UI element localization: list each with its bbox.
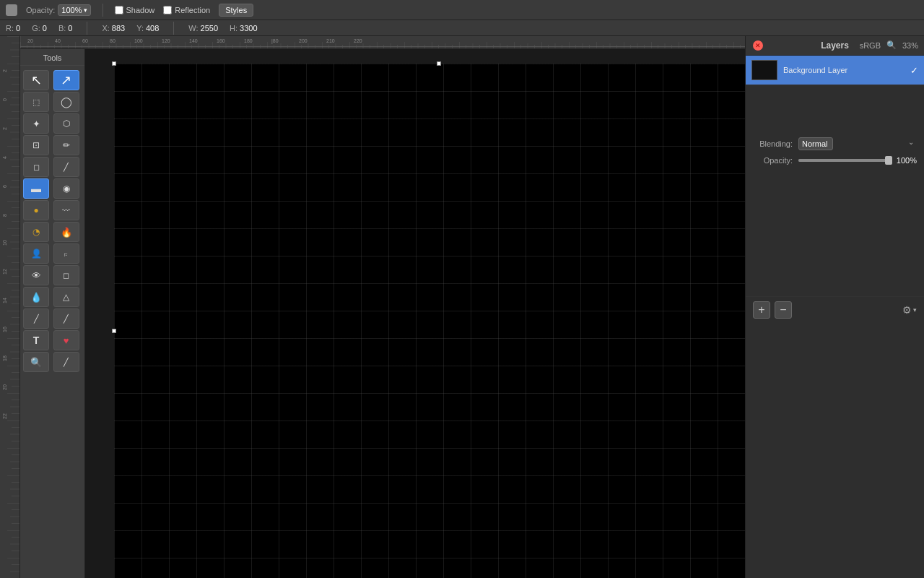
svg-text:210: 210 (326, 38, 335, 43)
h-coord: H: 3300 (230, 24, 257, 33)
gradient-tool[interactable]: ● (23, 200, 49, 220)
paint-tool[interactable]: ╱ (53, 157, 79, 177)
tools-panel: Tools ↖ ↗ ⬚ ◯ ✦ ⬡ ⊡ ✏ ◻ ╱ ▬ ◉ ● 〰 ◔ 🔥 👤 … (20, 49, 85, 578)
x-coord: X: 883 (102, 24, 125, 33)
svg-text:6: 6 (2, 185, 7, 188)
text-tool[interactable]: T (23, 330, 49, 350)
svg-text:14: 14 (2, 298, 7, 303)
shape-tool[interactable]: ♥ (53, 330, 79, 350)
ellipse-select-tool[interactable]: ◯ (53, 92, 79, 112)
opacity-dropdown[interactable]: 100% ▾ (58, 4, 90, 16)
x-label: X: (102, 24, 109, 33)
w-coord: W: 2550 (188, 24, 218, 33)
blending-row: Blending: Normal Multiply Screen Overlay… (753, 137, 917, 150)
healing-tool[interactable]: ⟔ (53, 243, 79, 264)
svg-text:140: 140 (189, 38, 198, 43)
r-coord: R: 0 (6, 24, 20, 33)
svg-text:2: 2 (2, 127, 7, 130)
svg-rect-26 (0, 36, 20, 578)
svg-text:10: 10 (2, 240, 7, 246)
zoom-value: 33% (902, 41, 918, 50)
svg-text:220: 220 (354, 38, 362, 43)
b-coord: B: 0 (58, 24, 73, 33)
cursor-tool[interactable]: ↗ (53, 70, 79, 90)
blending-select[interactable]: Normal Multiply Screen Overlay Darken Li… (798, 137, 833, 150)
shadow-checkbox[interactable]: Shadow (115, 6, 155, 14)
opacity-chevron-icon: ▾ (84, 7, 87, 14)
eraser-tool[interactable]: ◻ (23, 157, 49, 177)
wand-tool[interactable]: ✦ (23, 113, 49, 134)
w-value: 2550 (201, 24, 218, 33)
y-value: 408 (146, 24, 159, 33)
vector-tool[interactable]: ╱ (53, 309, 79, 329)
opacity-slider-wrapper: 100% (798, 156, 917, 165)
remove-layer-button[interactable]: − (775, 301, 792, 319)
blur-tool[interactable]: △ (53, 287, 79, 307)
zoom-icon: 🔍 (886, 40, 897, 50)
crop-tool[interactable]: ⊡ (23, 135, 49, 155)
tools-grid: ↖ ↗ ⬚ ◯ ✦ ⬡ ⊡ ✏ ◻ ╱ ▬ ◉ ● 〰 ◔ 🔥 👤 ⟔ 👁 ◻ … (20, 66, 84, 376)
layers-close-button[interactable]: ✕ (753, 40, 763, 51)
r-value: 0 (16, 24, 20, 33)
rectangle-tool[interactable]: ▬ (23, 178, 49, 199)
polygon-select-tool[interactable]: ⬡ (53, 113, 79, 134)
reflection-checkbox-input[interactable] (163, 6, 172, 14)
shadow-label: Shadow (126, 6, 155, 14)
clone-tool[interactable]: 👤 (23, 243, 49, 264)
handle-top-left[interactable] (112, 61, 116, 66)
r-label: R: (6, 24, 14, 33)
layer-visibility-check: ✓ (910, 65, 918, 76)
gear-chevron-icon: ▾ (913, 306, 917, 314)
g-coord: G: 0 (32, 24, 47, 33)
handle-mid-top[interactable] (437, 61, 441, 66)
h-label: H: (230, 24, 237, 33)
svg-text:20: 20 (27, 38, 33, 43)
tools-title: Tools (20, 49, 84, 66)
pen-tool[interactable]: ✏ (53, 135, 79, 155)
opacity-slider-fill (798, 159, 892, 162)
lasso-tool[interactable]: ⬚ (23, 92, 49, 112)
styles-button[interactable]: Styles (219, 4, 253, 17)
svg-text:|80: |80 (271, 38, 279, 44)
b-value: 0 (68, 24, 72, 33)
shadow-checkbox-input[interactable] (115, 6, 123, 14)
add-layer-button[interactable]: + (753, 301, 770, 319)
svg-text:18: 18 (2, 355, 7, 361)
reflection-checkbox[interactable]: Reflection (163, 6, 210, 14)
opacity-percent: 100% (897, 156, 917, 165)
canvas-area (85, 49, 745, 578)
layer-settings-button[interactable]: ⚙ ▾ (902, 304, 917, 316)
v-ruler-svg: 2 0 2 4 6 8 10 12 14 16 18 20 22 (0, 36, 20, 578)
opacity-slider[interactable] (798, 159, 892, 162)
blending-section: Blending: Normal Multiply Screen Overlay… (746, 130, 924, 178)
burn-tool[interactable]: ◔ (23, 222, 49, 242)
vertical-ruler: 2 0 2 4 6 8 10 12 14 16 18 20 22 (0, 36, 20, 578)
opacity-control: Opacity: 100% ▾ (26, 4, 91, 16)
svg-text:2: 2 (2, 69, 7, 72)
opacity-slider-thumb[interactable] (885, 156, 892, 165)
smudge-tool[interactable]: 〰 (53, 200, 79, 220)
dropper-tool[interactable]: 💧 (23, 287, 49, 307)
coord-separator-2 (173, 22, 174, 35)
dodge-tool[interactable]: 🔥 (53, 222, 79, 242)
y-label: Y: (136, 24, 144, 33)
app-icon (6, 4, 17, 16)
svg-text:120: 120 (162, 38, 170, 43)
canvas-grid[interactable] (114, 64, 745, 578)
b-label: B: (58, 24, 66, 33)
svg-text:4: 4 (2, 156, 7, 159)
handle-mid-left[interactable] (112, 329, 116, 333)
eye-tool[interactable]: 👁 (23, 265, 49, 285)
redeye-tool[interactable]: ◻ (53, 265, 79, 285)
zoom-tool[interactable]: 🔍 (23, 352, 49, 372)
g-label: G: (32, 24, 40, 33)
fill-tool[interactable]: ◉ (53, 178, 79, 199)
layer-thumbnail (751, 60, 777, 80)
layer-actions: + − ⚙ ▾ (746, 296, 924, 323)
layer-item-background[interactable]: Background Layer ✓ (746, 56, 924, 85)
top-toolbar: Opacity: 100% ▾ Shadow Reflection Styles (0, 0, 924, 20)
path-tool[interactable]: ╱ (23, 309, 49, 329)
blending-select-wrapper: Normal Multiply Screen Overlay Darken Li… (798, 137, 917, 150)
eyedropper-tool[interactable]: ╱ (53, 352, 79, 372)
arrow-tool[interactable]: ↖ (23, 70, 49, 90)
